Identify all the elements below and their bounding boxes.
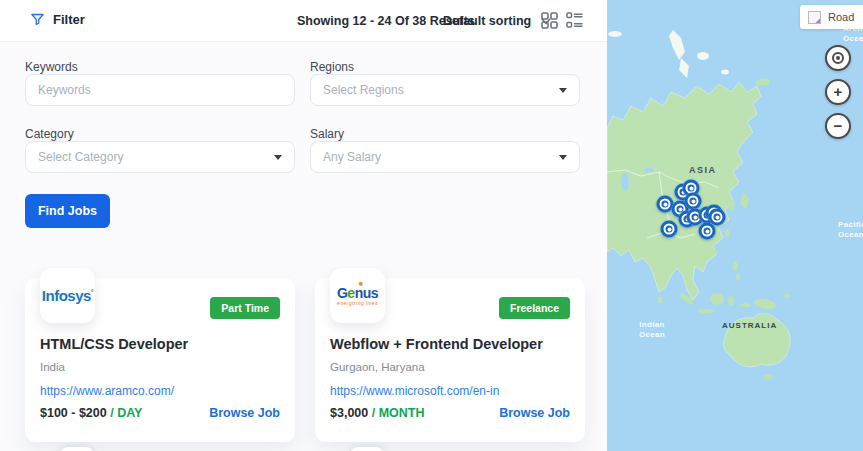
plus-icon: + [834, 84, 843, 99]
jobs-map[interactable]: ASIA AUSTRALIA Indian Ocean Arctic Ocean… [607, 0, 863, 451]
company-logo: Ge✸nus energizing lives [330, 268, 385, 323]
category-select-value: Select Category [38, 150, 268, 164]
regions-select-value: Select Regions [323, 83, 553, 97]
grid-view-icon[interactable] [541, 12, 558, 33]
job-type-badge: Part Time [210, 297, 280, 319]
sort-selected-value: Default sorting [443, 14, 531, 28]
filter-toggle[interactable]: Filter [30, 12, 85, 27]
job-company-link[interactable]: https://www.aramco.com/ [40, 384, 174, 398]
caret-down-icon [559, 155, 567, 160]
job-type-badge: Freelance [499, 297, 570, 319]
map-cluster-pin[interactable] [699, 223, 716, 240]
zoom-out-button[interactable]: − [825, 113, 851, 139]
browse-job-link[interactable]: Browse Job [209, 406, 280, 420]
infosys-logo-text: Infosys° [42, 287, 93, 304]
job-salary: $3,000 / MONTH [330, 406, 425, 420]
category-select[interactable]: Select Category [25, 141, 295, 173]
map-pins [607, 0, 863, 451]
filter-funnel-icon [30, 12, 45, 27]
map-style-thumbnail-icon [808, 11, 821, 24]
sort-dropdown[interactable]: Default sorting [443, 14, 551, 28]
salary-amount: $3,000 [330, 406, 368, 420]
salary-select[interactable]: Any Salary [310, 141, 580, 173]
salary-period: / MONTH [372, 406, 425, 420]
map-cluster-pin[interactable] [685, 193, 702, 210]
minus-icon: − [834, 118, 843, 133]
job-search-page: Filter Showing 12 - 24 Of 38 Results Def… [0, 0, 863, 451]
salary-row: $100 - $200 / DAY Browse Job [40, 406, 280, 420]
salary-select-value: Any Salary [323, 150, 553, 164]
job-title: HTML/CSS Developer [40, 336, 188, 352]
salary-period: / DAY [110, 406, 142, 420]
browse-job-link[interactable]: Browse Job [499, 406, 570, 420]
zoom-in-button[interactable]: + [825, 79, 851, 105]
keywords-label: Keywords [25, 60, 78, 74]
next-row-card-top [350, 447, 384, 451]
map-style-label: Road [828, 11, 854, 23]
locate-icon [832, 52, 844, 64]
results-toolbar: Filter Showing 12 - 24 Of 38 Results Def… [0, 0, 607, 42]
job-salary: $100 - $200 / DAY [40, 406, 142, 420]
job-title: Webflow + Frontend Developer [330, 336, 543, 352]
find-jobs-button[interactable]: Find Jobs [25, 194, 110, 228]
category-label: Category [25, 127, 74, 141]
regions-label: Regions [310, 60, 354, 74]
map-cluster-pin[interactable] [661, 221, 678, 238]
regions-select[interactable]: Select Regions [310, 74, 580, 106]
job-card: Infosys° Part Time HTML/CSS Developer In… [25, 278, 295, 442]
keywords-field [25, 74, 295, 106]
job-card: Ge✸nus energizing lives Freelance Webflo… [315, 278, 585, 442]
job-company-link[interactable]: https://www.microsoft.com/en-in [330, 384, 499, 398]
keywords-input[interactable] [38, 83, 282, 97]
job-location: Gurgaon, Haryana [330, 361, 425, 373]
salary-row: $3,000 / MONTH Browse Job [330, 406, 570, 420]
salary-amount: $100 - $200 [40, 406, 107, 420]
caret-down-icon [274, 155, 282, 160]
company-logo: Infosys° [40, 268, 95, 323]
job-location: India [40, 361, 65, 373]
filter-label: Filter [53, 12, 85, 27]
list-view-icon[interactable] [566, 12, 583, 33]
next-row-card-top [60, 447, 94, 451]
genus-logo-text: Ge✸nus energizing lives [337, 286, 378, 306]
caret-down-icon [559, 88, 567, 93]
map-style-button[interactable]: Road [800, 5, 863, 29]
locate-me-button[interactable] [825, 45, 851, 71]
salary-label: Salary [310, 127, 344, 141]
